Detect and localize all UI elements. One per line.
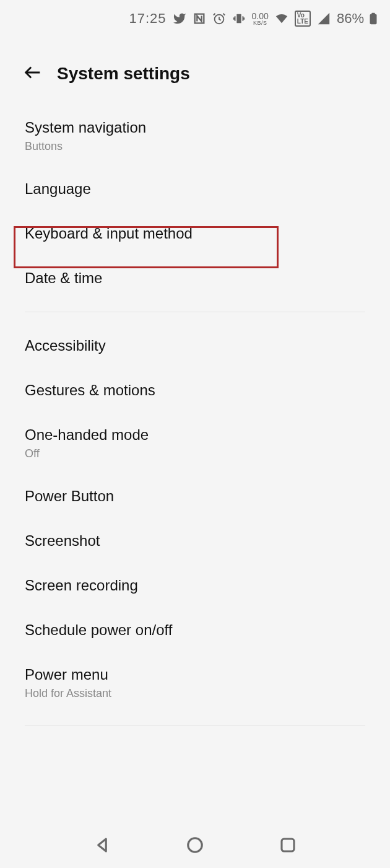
battery-icon [366,12,380,25]
triangle-back-icon [93,836,111,854]
item-date-time[interactable]: Date & time [0,256,390,300]
divider [25,312,365,312]
page-header: System settings [0,37,390,105]
battery-percent: 86% [337,11,364,27]
status-bar: 17:25 0.00 KB/S VoLTE 86% [0,0,390,37]
nfc-icon [193,12,206,25]
net-speed-indicator: 0.00 KB/S [252,12,269,26]
circle-home-icon [186,836,204,854]
wifi-icon [275,12,288,25]
alarm-icon [212,12,226,25]
item-label: Power Button [25,488,365,505]
nav-recent-button[interactable] [279,836,297,857]
item-screenshot[interactable]: Screenshot [0,519,390,563]
item-language[interactable]: Language [0,167,390,211]
item-sub: Buttons [25,140,365,153]
item-label: Schedule power on/off [25,621,365,639]
settings-list: System navigation Buttons Language Keybo… [0,105,390,726]
item-schedule-power[interactable]: Schedule power on/off [0,608,390,652]
svg-point-4 [188,838,202,853]
item-label: One-handed mode [25,426,365,444]
vibrate-icon [232,12,246,25]
item-label: Date & time [25,270,365,287]
item-power-menu[interactable]: Power menu Hold for Assistant [0,652,390,714]
item-gestures-motions[interactable]: Gestures & motions [0,368,390,413]
item-sub: Hold for Assistant [25,687,365,700]
item-label: Gestures & motions [25,382,365,399]
item-label: Language [25,180,365,198]
item-screen-recording[interactable]: Screen recording [0,563,390,608]
item-label: System navigation [25,119,365,136]
square-recent-icon [279,836,297,854]
arrow-left-icon [22,62,43,83]
item-label: Power menu [25,666,365,683]
item-one-handed-mode[interactable]: One-handed mode Off [0,413,390,474]
signal-icon [317,12,331,25]
item-power-button[interactable]: Power Button [0,474,390,519]
item-label: Accessibility [25,337,365,354]
item-label: Screenshot [25,532,365,550]
page-title: System settings [57,64,190,84]
item-label: Screen recording [25,577,365,594]
svg-rect-3 [371,13,375,15]
divider [25,725,365,726]
volte-icon: VoLTE [295,11,311,27]
item-accessibility[interactable]: Accessibility [0,323,390,368]
item-system-navigation[interactable]: System navigation Buttons [0,105,390,167]
item-sub: Off [25,447,365,460]
navigation-bar [0,825,390,868]
nav-back-button[interactable] [93,836,111,857]
svg-rect-2 [370,14,377,24]
svg-rect-1 [236,14,241,24]
item-label: Keyboard & input method [25,225,365,242]
item-keyboard-input[interactable]: Keyboard & input method [0,211,390,256]
twitter-icon [173,12,186,25]
nav-home-button[interactable] [186,836,204,857]
svg-rect-5 [282,839,294,851]
status-time: 17:25 [129,11,166,27]
back-button[interactable] [22,62,43,85]
